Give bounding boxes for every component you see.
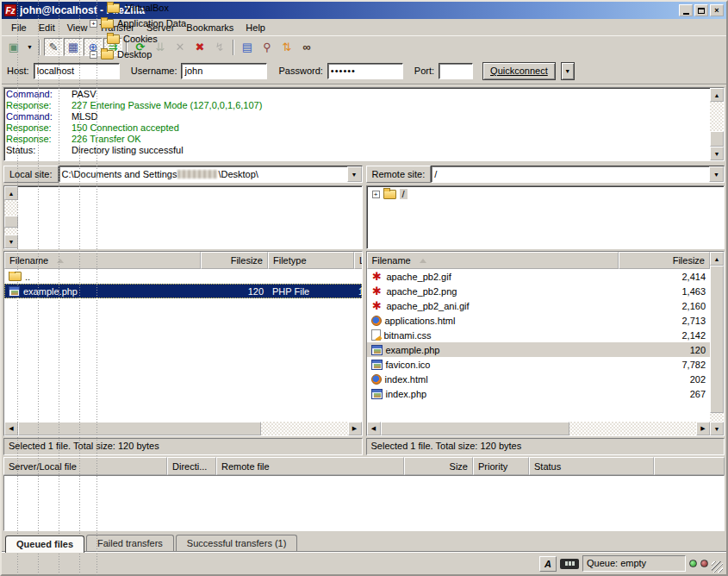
remote-tree-box: +/ xyxy=(366,185,725,249)
local-site-pane: Local site: C:\Documents and Settings\De… xyxy=(3,165,363,249)
local-directory-tree[interactable]: .VirtualBox +Application Data Cookies −D… xyxy=(3,185,363,249)
expand-icon[interactable]: + xyxy=(372,191,380,198)
tab-queued-files[interactable]: Queued files xyxy=(5,535,84,553)
tree-item-label: / xyxy=(400,189,408,199)
css-file-icon xyxy=(371,329,381,341)
local-tree-box: .VirtualBox +Application Data Cookies −D… xyxy=(3,185,363,249)
filezilla-window: Fz john@localhost - FileZilla × File Edi… xyxy=(0,0,728,576)
php-file-icon xyxy=(371,389,383,399)
folder-icon xyxy=(9,272,22,281)
tree-item-root[interactable]: +/ xyxy=(367,186,725,202)
site-trees-section: Local site: C:\Documents and Settings\De… xyxy=(2,163,726,251)
php-file-icon xyxy=(9,286,20,297)
folder-icon xyxy=(383,190,396,199)
remote-directory-tree[interactable]: +/ xyxy=(367,186,725,248)
ico-file-icon xyxy=(371,360,383,370)
php-file-icon xyxy=(371,345,383,355)
